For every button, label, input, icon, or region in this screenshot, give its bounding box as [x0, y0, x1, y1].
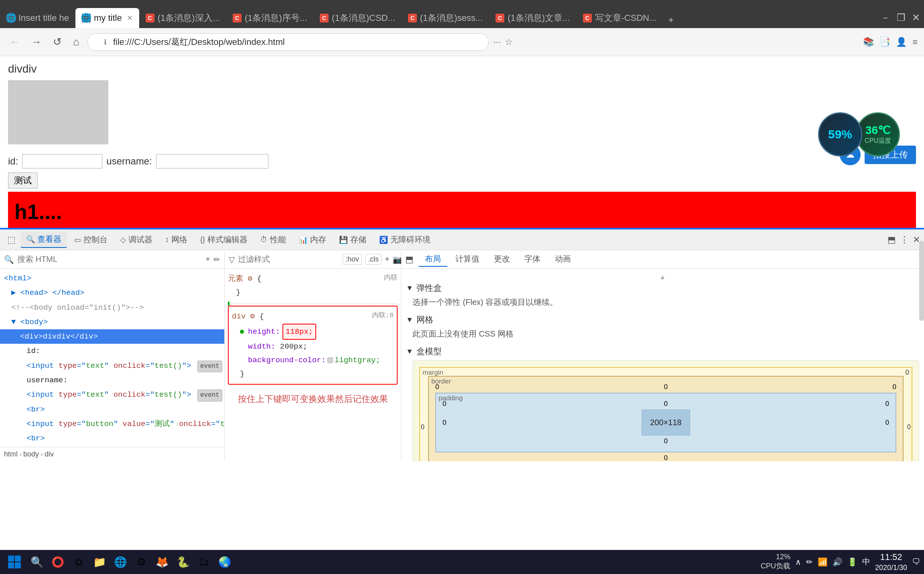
grid-text: 此页面上没有使用 CSS 网格	[412, 329, 919, 339]
browser-tab-2[interactable]: 🌐 my title ✕	[75, 8, 139, 28]
devtools-tab-network[interactable]: ↕ 网络	[160, 232, 193, 247]
cortana-button[interactable]: ⭕	[49, 553, 67, 571]
up-arrow-icon[interactable]: ∧	[795, 557, 801, 567]
css-rule-1-close: }	[228, 286, 398, 299]
grid-section-header[interactable]: ▼ 网格	[406, 314, 919, 325]
margin-top: 0	[906, 369, 909, 377]
restore-button[interactable]: ❐	[897, 12, 906, 23]
task-view-button[interactable]: ⧉	[70, 553, 87, 571]
style-editor-label: 样式编辑器	[207, 234, 248, 245]
flex-title: 弹性盒	[416, 282, 442, 294]
box-tab-layout[interactable]: 布局	[418, 252, 447, 267]
padding-box: padding 0 0 0 0	[435, 393, 896, 452]
forward-button[interactable]: →	[28, 34, 45, 50]
settings-button[interactable]: ⚙	[132, 553, 150, 571]
browser-tab-7[interactable]: C (1条消息)文章...	[489, 8, 576, 28]
html-line-div-selected[interactable]: <div>divdiv</div>	[0, 329, 224, 344]
close-window-button[interactable]: ✕	[912, 12, 920, 23]
menu-icon[interactable]: ≡	[912, 37, 918, 47]
python-button[interactable]: 🐍	[174, 553, 192, 571]
battery-icon[interactable]: 🔋	[847, 557, 857, 567]
breadcrumb-body[interactable]: body	[23, 450, 39, 458]
content-left: 0	[443, 419, 446, 427]
devtools-tab-performance[interactable]: ⏱ 性能	[255, 232, 292, 247]
tab-8-icon: C	[583, 14, 592, 22]
padding-bottom: 0	[664, 437, 668, 445]
more-button[interactable]: ···	[493, 37, 501, 47]
explorer-button[interactable]: 📁	[91, 553, 108, 571]
globe-button[interactable]: 🌏	[216, 553, 234, 571]
svg-rect-0	[8, 556, 14, 562]
id-input[interactable]	[22, 154, 102, 168]
wifi-icon[interactable]: 📶	[818, 557, 828, 567]
taskbar: 🔍 ⭕ ⧉ 📁 🌐 ⚙ 🦊 🐍 🗂 🌏 12% CPU负载 ∧ ✏ 📶 🔊 🔋 …	[0, 550, 924, 574]
devtools-tab-console[interactable]: ▭ 控制台	[69, 232, 113, 247]
username-input[interactable]	[156, 154, 268, 168]
reload-button[interactable]: ↺	[50, 34, 65, 50]
box-tab-fonts[interactable]: 字体	[518, 252, 547, 267]
folder-button[interactable]: 🗂	[195, 553, 213, 571]
browser-tab-5[interactable]: C (1条消息)CSD...	[313, 8, 402, 28]
devtools-dock-button[interactable]: ⬒	[887, 235, 896, 245]
css-add-rule[interactable]: +	[385, 255, 390, 264]
tab-2-close[interactable]: ✕	[127, 14, 133, 22]
breadcrumb-html[interactable]: html	[4, 450, 18, 458]
green-indicator	[240, 330, 244, 334]
browser-tab-4[interactable]: C (1条消息)序号...	[226, 8, 313, 28]
devtools-tab-accessibility[interactable]: ♿ 无障碍环境	[374, 232, 436, 247]
firefox-button[interactable]: 🦊	[153, 553, 171, 571]
volume-icon[interactable]: 🔊	[833, 557, 843, 567]
devtools-tab-storage[interactable]: 💾 存储	[333, 232, 372, 247]
html-line-input-id: <input type="text" onclick="test()"> eve…	[0, 359, 224, 373]
network-label: 网络	[171, 234, 187, 245]
address-input-container[interactable]: ℹ file:///C:/Users/葛红/Desktop/web/index.…	[87, 33, 489, 51]
html-line-body: ▼ <body>	[0, 315, 224, 329]
sidebar-icon[interactable]: 📑	[879, 37, 890, 47]
account-icon[interactable]: 👤	[896, 37, 907, 47]
css-filter-input[interactable]	[238, 255, 339, 264]
bookmark-button[interactable]: ☆	[505, 37, 513, 47]
new-tab-button[interactable]: +	[663, 12, 679, 28]
layout-panel-icon[interactable]: ⬒	[405, 254, 414, 265]
test-button[interactable]: 测试	[8, 172, 38, 189]
back-button[interactable]: ←	[6, 34, 23, 50]
breadcrumb-div[interactable]: div	[45, 450, 54, 458]
border-bottom-val: 0	[664, 454, 668, 461]
devtools-tab-inspector[interactable]: 🔍 查看器	[20, 231, 67, 248]
hov-toggle[interactable]: :hov	[343, 254, 362, 265]
edge-button[interactable]: 🌐	[112, 553, 129, 571]
border-box: border 0 0 0 padding	[428, 376, 904, 461]
devtools-more-button[interactable]: ⋮	[900, 235, 909, 245]
ime-toggle[interactable]: 中	[862, 556, 870, 567]
devtools-tab-debugger[interactable]: ◇ 调试器	[115, 232, 158, 247]
css-selector-2: div ⚙ { 内联:8	[232, 310, 394, 323]
devtools-tab-style-editor[interactable]: {} 样式编辑器	[195, 232, 253, 247]
library-icon[interactable]: 📚	[863, 37, 874, 47]
box-tab-computed[interactable]: 计算值	[449, 252, 486, 267]
add-element-icon[interactable]: +	[205, 255, 210, 264]
html-scrollbar[interactable]	[919, 250, 924, 321]
browser-tab-1[interactable]: 🌐 Insert title he	[0, 8, 75, 28]
pick-element-icon[interactable]: ✏	[213, 255, 220, 264]
devtools-tab-memory[interactable]: 📊 内存	[293, 232, 332, 247]
box-tab-animations[interactable]: 动画	[548, 252, 577, 267]
devtools-picker[interactable]: ⬚	[4, 232, 19, 247]
flex-section-header[interactable]: ▼ 弹性盒	[406, 282, 919, 294]
notification-icon[interactable]: 🗨	[912, 557, 920, 566]
html-search-input[interactable]	[17, 255, 202, 264]
minimize-button[interactable]: －	[881, 11, 890, 24]
cls-toggle[interactable]: .cls	[365, 254, 382, 265]
browser-tab-6[interactable]: C (1条消息)sess...	[402, 8, 489, 28]
boxmodel-section-header[interactable]: ▼ 盒模型	[406, 346, 919, 357]
start-button[interactable]	[4, 552, 25, 572]
home-button[interactable]: ⌂	[70, 34, 83, 50]
boxmodel-title: 盒模型	[416, 346, 442, 357]
taskbar-clock[interactable]: 11:52 2020/1/30	[875, 552, 907, 572]
browser-tab-3[interactable]: C (1条消息)深入...	[139, 8, 226, 28]
browser-tab-8[interactable]: C 写文章-CSDN...	[577, 8, 663, 28]
tab-5-title: (1条消息)CSD...	[332, 12, 395, 24]
tab-6-title: (1条消息)sess...	[420, 12, 483, 24]
pen-icon[interactable]: ✏	[806, 557, 813, 567]
search-taskbar-button[interactable]: 🔍	[28, 553, 46, 571]
box-tab-changes[interactable]: 更改	[487, 252, 516, 267]
